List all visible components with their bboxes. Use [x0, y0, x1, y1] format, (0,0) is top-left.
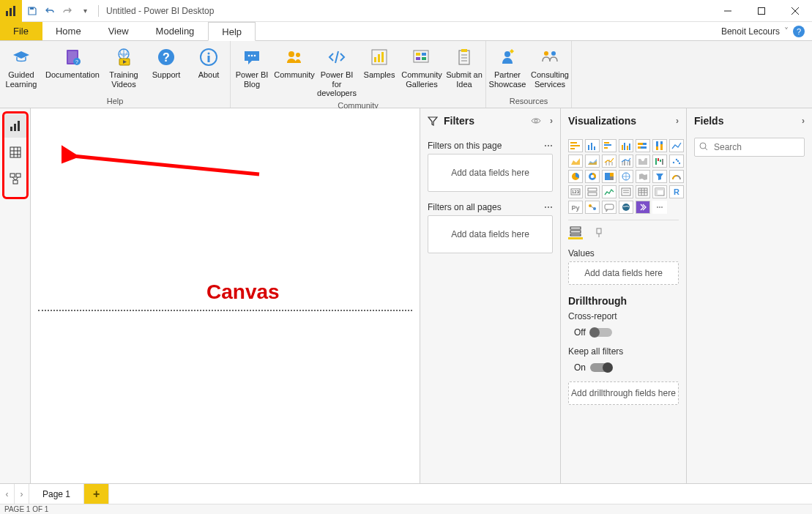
viz-ribbon[interactable] — [636, 154, 650, 168]
svg-point-121 — [657, 206, 658, 208]
community-galleries-button[interactable]: Community Galleries — [401, 44, 443, 100]
drillthrough-dropzone[interactable]: Add drillthrough fields here — [568, 381, 679, 405]
viz-stacked-column[interactable] — [585, 139, 600, 152]
partner-icon — [496, 45, 519, 69]
maximize-button[interactable] — [745, 0, 778, 22]
viz-key-influencers[interactable] — [585, 201, 600, 214]
add-page-button[interactable]: + — [84, 484, 109, 504]
help-icon[interactable]: ? — [793, 26, 805, 37]
search-input[interactable] — [694, 138, 805, 157]
search-icon — [699, 142, 708, 151]
viz-waterfall[interactable] — [652, 154, 667, 168]
consulting-services-button[interactable]: Consulting Services — [529, 44, 571, 95]
samples-button[interactable]: Samples — [358, 44, 401, 100]
tab-home[interactable]: Home — [42, 22, 95, 40]
viz-header[interactable]: Visualizations › — [561, 108, 686, 133]
submit-idea-button[interactable]: Submit an Idea — [443, 44, 485, 100]
community-button[interactable]: Community — [273, 44, 316, 100]
close-button[interactable] — [778, 0, 812, 22]
more-icon[interactable]: ⋯ — [544, 202, 553, 212]
filters-header[interactable]: Filters › — [420, 108, 560, 133]
page-tab-1[interactable]: Page 1 — [29, 484, 84, 504]
undo-icon[interactable] — [42, 4, 57, 18]
viz-r[interactable]: R — [669, 185, 684, 198]
format-tab[interactable] — [592, 226, 606, 239]
user-area[interactable]: Benoit Lecours ˅ ? — [714, 22, 812, 40]
viz-python[interactable]: Py — [568, 201, 583, 214]
viz-100-bar[interactable] — [636, 139, 650, 152]
viz-100-column[interactable] — [652, 139, 667, 152]
viz-clustered-bar[interactable] — [602, 139, 617, 152]
tab-file[interactable]: File — [0, 22, 42, 40]
viz-pie[interactable] — [568, 170, 583, 183]
group-label: Help — [0, 95, 230, 108]
viz-table[interactable] — [636, 185, 650, 198]
save-icon[interactable] — [25, 4, 40, 18]
viz-slicer[interactable] — [619, 185, 633, 198]
viz-gauge[interactable] — [669, 170, 684, 183]
viz-donut[interactable] — [585, 170, 600, 183]
cross-report-toggle[interactable]: Off — [568, 324, 679, 343]
page-filter-dropzone[interactable]: Add data fields here — [428, 154, 553, 192]
viz-funnel[interactable] — [652, 170, 667, 183]
viz-filled-map[interactable] — [636, 170, 650, 183]
guided-learning-button[interactable]: Guided Learning — [0, 44, 42, 95]
support-button[interactable]: ? Support — [145, 44, 187, 95]
about-button[interactable]: About — [187, 44, 230, 95]
page-next-button[interactable]: › — [15, 484, 29, 504]
viz-card[interactable]: 123 — [568, 185, 583, 198]
viz-stacked-area[interactable] — [585, 154, 600, 168]
viz-area[interactable] — [568, 154, 583, 168]
values-dropzone[interactable]: Add data fields here — [568, 261, 679, 285]
chevron-right-icon[interactable]: › — [676, 116, 679, 126]
redo-icon[interactable] — [60, 4, 75, 18]
svg-rect-72 — [641, 146, 647, 149]
svg-rect-76 — [660, 144, 663, 150]
viz-map[interactable] — [619, 170, 633, 183]
ribbon: Guided Learning ? Documentation Training… — [0, 41, 812, 108]
viz-multi-card[interactable] — [585, 185, 600, 198]
more-icon[interactable]: ⋯ — [544, 141, 553, 151]
minimize-button[interactable] — [711, 0, 745, 22]
report-canvas[interactable]: Canvas — [31, 108, 420, 483]
documentation-button[interactable]: ? Documentation — [42, 44, 103, 95]
all-pages-filter-dropzone[interactable]: Add data fields here — [428, 215, 553, 253]
svg-rect-26 — [378, 54, 380, 62]
svg-rect-5 — [759, 7, 765, 14]
visibility-icon[interactable] — [531, 117, 541, 124]
viz-arcgis[interactable] — [619, 201, 633, 214]
code-icon — [325, 45, 349, 69]
viz-powerapps[interactable] — [636, 201, 650, 214]
chart-sample-icon — [368, 45, 391, 69]
tab-modeling[interactable]: Modeling — [143, 22, 209, 40]
training-videos-button[interactable]: Training Videos — [103, 44, 145, 95]
qat-dropdown-icon[interactable]: ▾ — [78, 4, 92, 18]
viz-line-clustered[interactable] — [619, 154, 633, 168]
viz-kpi[interactable] — [602, 185, 617, 198]
viz-line-column[interactable] — [602, 154, 617, 168]
power-bi-developers-button[interactable]: Power BI for developers — [316, 44, 358, 100]
viz-clustered-column[interactable] — [619, 139, 633, 152]
partner-showcase-button[interactable]: Partner Showcase — [486, 44, 529, 95]
tab-help[interactable]: Help — [208, 22, 256, 41]
page-prev-button[interactable]: ‹ — [0, 484, 15, 504]
menu-tabs: File Home View Modeling Help Benoit Leco… — [0, 22, 812, 41]
viz-line[interactable] — [669, 139, 684, 152]
fields-tab[interactable] — [568, 226, 583, 239]
fields-header[interactable]: Fields › — [687, 108, 812, 133]
viz-treemap[interactable] — [602, 170, 617, 183]
chevron-right-icon[interactable]: › — [802, 116, 805, 126]
chevron-down-icon: ˅ — [784, 26, 789, 37]
ribbon-label: Consulting Services — [530, 70, 570, 89]
viz-matrix[interactable] — [652, 185, 667, 198]
svg-rect-27 — [381, 52, 384, 62]
tab-view[interactable]: View — [95, 22, 143, 40]
viz-import[interactable] — [652, 201, 667, 214]
keep-filters-toggle[interactable]: On — [568, 360, 679, 379]
viz-stacked-bar[interactable] — [568, 139, 583, 152]
chevron-right-icon[interactable]: › — [550, 116, 553, 126]
viz-scatter[interactable] — [669, 154, 684, 168]
power-bi-blog-button[interactable]: Power BI Blog — [231, 44, 273, 100]
viz-qa[interactable] — [602, 201, 617, 214]
panel-title: Filters — [444, 115, 474, 127]
